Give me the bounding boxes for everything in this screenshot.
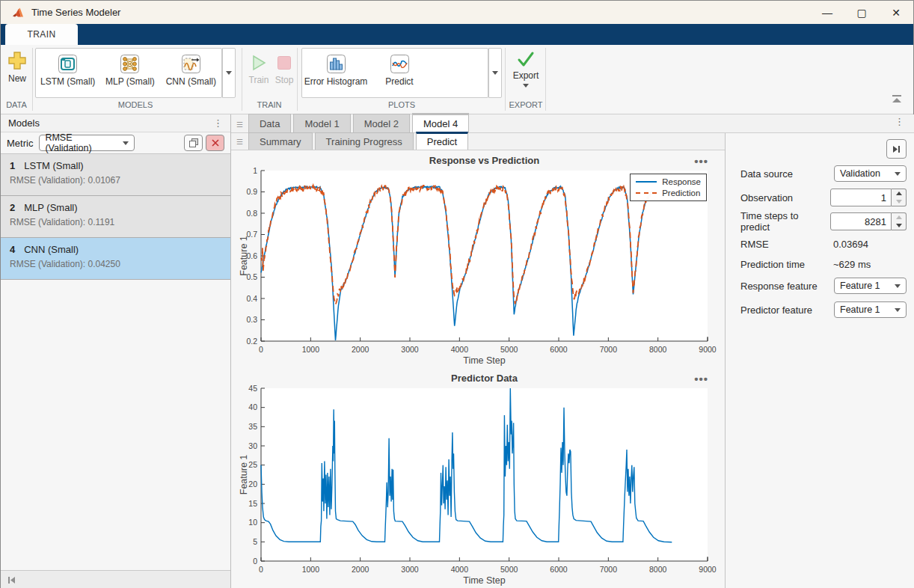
- data-source-value: Validation: [840, 168, 880, 179]
- model-1-name: LSTM (Small): [24, 160, 83, 171]
- response-feature-dropdown[interactable]: Feature 1: [834, 278, 907, 294]
- legend-entry-label: Prediction: [662, 189, 700, 197]
- collapse-left-icon[interactable]: [7, 575, 16, 585]
- model-4-name: CNN (Small): [24, 244, 79, 255]
- duplicate-model-button[interactable]: [184, 135, 203, 151]
- legend-entry-label: Response: [662, 177, 701, 186]
- document-tab-strip: ☰ Data Model 1 Model 2 Model 4 ⋮: [231, 114, 914, 133]
- tab-model-1[interactable]: Model 1: [293, 114, 350, 132]
- data-source-dropdown[interactable]: Validation: [834, 165, 907, 182]
- maximize-button[interactable]: ▢: [844, 1, 879, 24]
- gallery-item-cnn[interactable]: CNN (Small): [161, 49, 221, 97]
- models-panel-scrollbar[interactable]: [1, 570, 230, 588]
- plots-gallery: Error Histogram Predict: [301, 48, 488, 98]
- metric-dropdown[interactable]: RMSE (Validation): [39, 135, 135, 151]
- model-1-metric: RMSE (Validation): 0.01067: [10, 175, 221, 186]
- models-gallery-dropdown[interactable]: [222, 48, 236, 98]
- svg-text:0: 0: [259, 565, 263, 574]
- chart-options-dots-icon[interactable]: •••: [694, 155, 708, 168]
- svg-text:0: 0: [253, 557, 257, 566]
- models-panel-title: Models: [8, 117, 213, 129]
- new-button[interactable]: New: [4, 51, 31, 84]
- tab-train[interactable]: TRAIN: [5, 24, 78, 45]
- ribbon-tab-band: TRAIN: [1, 24, 913, 45]
- svg-text:5000: 5000: [500, 565, 518, 574]
- svg-text:45: 45: [248, 384, 257, 393]
- tab-strip-grip-icon[interactable]: ☰: [231, 120, 248, 132]
- gallery-item-lstm[interactable]: LSTM (Small): [36, 49, 99, 97]
- legend-entry: Prediction: [636, 187, 701, 198]
- tab-predict[interactable]: Predict: [416, 132, 468, 150]
- svg-text:40: 40: [248, 402, 257, 411]
- observation-stepper: [830, 189, 907, 206]
- svg-text:2000: 2000: [352, 565, 369, 574]
- model-list-item-4[interactable]: 4CNN (Small) RMSE (Validation): 0.04250: [1, 238, 230, 280]
- ribbon: New DATA LSTM (Small): [1, 45, 913, 114]
- group-label-plots: PLOTS: [301, 100, 502, 109]
- ribbon-separator: [505, 48, 506, 111]
- time-steps-input[interactable]: [830, 212, 892, 230]
- time-steps-stepper: [830, 212, 907, 230]
- train-label: Train: [249, 75, 269, 85]
- prediction-time-label: Prediction time: [740, 259, 833, 270]
- tab-strip-grip-icon[interactable]: ☰: [231, 138, 248, 150]
- models-panel: Models ⋮ Metric RMSE (Validation): [1, 114, 231, 588]
- chart-options-dots-icon[interactable]: •••: [694, 373, 708, 385]
- svg-text:1: 1: [253, 166, 257, 175]
- gallery-item-mlp-label: MLP (Small): [105, 77, 155, 87]
- gallery-item-predict[interactable]: Predict: [369, 49, 429, 97]
- svg-text:6000: 6000: [550, 345, 568, 354]
- svg-text:Time Step: Time Step: [463, 355, 506, 366]
- observation-up-button[interactable]: [892, 189, 906, 197]
- train-button[interactable]: Train: [246, 54, 272, 85]
- tab-model-2[interactable]: Model 2: [353, 114, 410, 132]
- svg-text:3000: 3000: [401, 345, 419, 354]
- plus-icon: [7, 51, 27, 70]
- svg-text:Feature 1: Feature 1: [239, 236, 249, 276]
- gallery-item-error-histogram-label: Error Histogram: [304, 77, 368, 87]
- gallery-item-error-histogram[interactable]: Error Histogram: [302, 49, 369, 97]
- tab-model-4[interactable]: Model 4: [412, 113, 469, 132]
- tab-summary[interactable]: Summary: [248, 132, 313, 150]
- svg-text:Time Step: Time Step: [463, 575, 506, 586]
- time-steps-down-button[interactable]: [892, 221, 906, 230]
- svg-text:30: 30: [248, 441, 257, 450]
- chevron-down-icon: [895, 172, 901, 176]
- minimize-button[interactable]: —: [810, 1, 844, 24]
- legend-entry: Response: [636, 176, 701, 187]
- gallery-item-predict-label: Predict: [385, 77, 413, 87]
- models-panel-menu-icon[interactable]: ⋮: [213, 120, 223, 127]
- plots-gallery-dropdown[interactable]: [488, 48, 502, 98]
- export-button[interactable]: Export: [509, 51, 543, 88]
- svg-text:1000: 1000: [302, 345, 320, 354]
- observation-down-button[interactable]: [892, 197, 906, 206]
- mlp-network-icon: [120, 54, 140, 74]
- observation-input[interactable]: [830, 189, 892, 206]
- response-feature-label: Response feature: [740, 281, 834, 292]
- svg-text:6000: 6000: [550, 565, 568, 574]
- model-list-item-2[interactable]: 2MLP (Small) RMSE (Validation): 0.1191: [1, 196, 230, 238]
- collapse-panel-button[interactable]: [886, 139, 907, 159]
- model-list-item-1[interactable]: 1LSTM (Small) RMSE (Validation): 0.01067: [1, 154, 230, 196]
- chevron-down-icon: [523, 84, 529, 88]
- predictor-feature-dropdown[interactable]: Feature 1: [834, 301, 907, 318]
- delete-model-button[interactable]: [206, 135, 224, 151]
- gallery-item-mlp[interactable]: MLP (Small): [99, 49, 160, 97]
- ribbon-separator: [545, 48, 546, 111]
- svg-text:0.9: 0.9: [246, 187, 257, 196]
- predictor-feature-label: Predictor feature: [740, 304, 834, 316]
- tab-training-progress[interactable]: Training Progress: [315, 132, 414, 150]
- collapse-ribbon-icon[interactable]: [891, 94, 903, 103]
- tab-data[interactable]: Data: [248, 114, 291, 132]
- model-2-metric: RMSE (Validation): 0.1191: [10, 217, 221, 227]
- svg-text:20: 20: [248, 480, 257, 489]
- tab-strip-menu-icon[interactable]: ⋮: [895, 118, 904, 126]
- observation-label: Observation: [740, 192, 830, 203]
- stop-button[interactable]: Stop: [272, 54, 296, 85]
- close-button[interactable]: ✕: [879, 1, 913, 24]
- svg-text:2000: 2000: [352, 345, 369, 354]
- metric-dropdown-value: RMSE (Validation): [45, 132, 117, 153]
- time-steps-up-button[interactable]: [892, 213, 906, 221]
- export-label: Export: [513, 70, 539, 81]
- model4-tab-strip: ☰ Summary Training Progress Predict: [231, 133, 725, 150]
